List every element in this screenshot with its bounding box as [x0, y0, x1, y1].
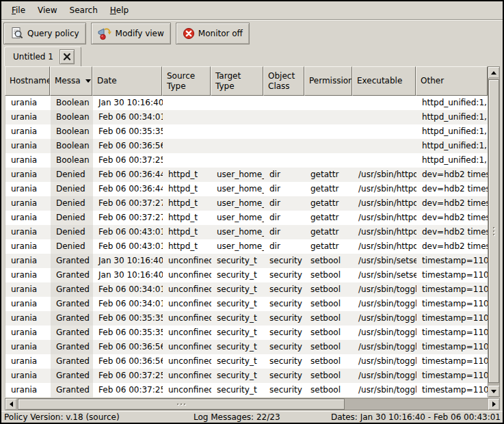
- cell-tgt: security_t: [211, 311, 264, 326]
- modify-view-button[interactable]: Modify view: [91, 23, 171, 44]
- table-row[interactable]: uraniaGrantedFeb 06 00:37:25unconfined_s…: [5, 369, 488, 383]
- table-row[interactable]: uraniaBooleanFeb 06 00:36:56httpd_unifie…: [5, 139, 488, 153]
- column-header-host[interactable]: Hostname: [5, 66, 50, 96]
- query-policy-icon: [10, 27, 24, 40]
- policy-version-status: Policy Version: v.18 (source): [4, 412, 120, 422]
- cell-src: httpd_t: [163, 196, 211, 211]
- table-row[interactable]: uraniaGrantedFeb 06 00:34:01unconfined_s…: [5, 282, 488, 297]
- cell-perm: [305, 96, 353, 110]
- cell-exe: /usr/sbin/toggle: [353, 297, 416, 311]
- table-row[interactable]: uraniaDeniedFeb 06 00:37:27httpd_tuser_h…: [5, 196, 488, 211]
- cell-other: httpd_unified:1, h: [416, 96, 488, 110]
- monitor-off-button[interactable]: Monitor off: [176, 23, 250, 44]
- tab-untitled-1[interactable]: Untitled 1: [4, 47, 81, 66]
- cell-host: urania: [5, 297, 51, 311]
- table-row[interactable]: uraniaDeniedFeb 06 00:36:44httpd_tuser_h…: [5, 182, 488, 196]
- cell-exe: /usr/sbin/toggle: [353, 383, 416, 397]
- cell-tgt: user_home_: [211, 239, 264, 254]
- menu-help[interactable]: Help: [104, 3, 135, 18]
- column-header-cls[interactable]: Object Class: [263, 66, 304, 96]
- cell-other: httpd_unified:1, h: [416, 124, 488, 139]
- cell-cls: [264, 110, 305, 124]
- cell-host: urania: [5, 369, 51, 383]
- query-policy-label: Query policy: [27, 29, 79, 38]
- cell-msg: Boolean: [51, 96, 93, 110]
- cell-exe: /usr/sbin/toggle: [353, 369, 416, 383]
- table-row[interactable]: uraniaGrantedFeb 06 00:35:35unconfined_s…: [5, 326, 488, 340]
- column-header-label: Other: [421, 76, 444, 85]
- table-row[interactable]: uraniaGrantedFeb 06 00:36:56unconfined_s…: [5, 340, 488, 354]
- cell-tgt: user_home_: [211, 225, 264, 239]
- scroll-down-button[interactable]: [488, 386, 499, 397]
- cell-date: Feb 06 00:36:56: [93, 139, 163, 153]
- table-row[interactable]: uraniaDeniedFeb 06 00:36:44httpd_tuser_h…: [5, 168, 488, 182]
- cell-msg: Granted: [51, 254, 93, 268]
- table-row[interactable]: uraniaGrantedFeb 06 00:37:25unconfined_s…: [5, 383, 488, 397]
- cell-other: timestamp=11071: [416, 268, 488, 282]
- cell-other: httpd_unified:1, h: [416, 110, 488, 124]
- menu-view[interactable]: View: [31, 3, 63, 18]
- table-row[interactable]: uraniaBooleanFeb 06 00:37:25httpd_unifie…: [5, 153, 488, 168]
- cell-exe: [353, 139, 416, 153]
- query-policy-button[interactable]: Query policy: [3, 23, 86, 44]
- cell-msg: Boolean: [51, 110, 93, 124]
- vertical-scrollbar-thumb[interactable]: [488, 79, 499, 383]
- column-header-msg[interactable]: Messa: [50, 66, 92, 96]
- cell-msg: Boolean: [51, 153, 93, 168]
- table-row[interactable]: uraniaBooleanJan 30 10:16:40httpd_unifie…: [5, 96, 488, 110]
- cell-msg: Denied: [51, 211, 93, 225]
- vertical-scrollbar[interactable]: [488, 66, 500, 397]
- scroll-right-button[interactable]: [488, 399, 499, 410]
- sort-desc-arrow-icon: [85, 79, 91, 83]
- horizontal-scrollbar[interactable]: [5, 398, 500, 410]
- cell-date: Feb 06 00:35:35: [93, 326, 163, 340]
- table-row[interactable]: uraniaBooleanFeb 06 00:35:35httpd_unifie…: [5, 124, 488, 139]
- table-row[interactable]: uraniaDeniedFeb 06 00:43:01httpd_tuser_h…: [5, 239, 488, 254]
- cell-perm: getattr: [305, 168, 353, 182]
- table-header: HostnameMessaDateSource TypeTarget TypeO…: [5, 66, 488, 96]
- table-row[interactable]: uraniaGrantedJan 30 10:16:40unconfined_s…: [5, 254, 488, 268]
- table-row[interactable]: uraniaGrantedFeb 06 00:35:35unconfined_s…: [5, 311, 488, 326]
- column-header-date[interactable]: Date: [92, 66, 162, 96]
- horizontal-scrollbar-thumb[interactable]: [18, 399, 345, 410]
- modify-view-icon: [98, 27, 112, 40]
- cell-exe: /usr/sbin/setseb: [353, 268, 416, 282]
- cell-src: unconfined_: [163, 268, 211, 282]
- scroll-left-button[interactable]: [5, 399, 16, 410]
- up-arrow-icon: [491, 71, 496, 75]
- table-row[interactable]: uraniaDeniedFeb 06 00:43:01httpd_tuser_h…: [5, 225, 488, 239]
- tab-label: Untitled 1: [13, 52, 53, 62]
- cell-date: Feb 06 00:36:44: [93, 182, 163, 196]
- tab-close-button[interactable]: [59, 49, 75, 64]
- right-arrow-icon: [492, 401, 496, 407]
- table-row[interactable]: uraniaBooleanFeb 06 00:34:01httpd_unifie…: [5, 110, 488, 124]
- cell-msg: Granted: [51, 340, 93, 354]
- cell-host: urania: [5, 139, 51, 153]
- table-row[interactable]: uraniaGrantedJan 30 10:16:40unconfined_s…: [5, 268, 488, 282]
- cell-cls: security: [264, 282, 305, 297]
- table-row[interactable]: uraniaGrantedFeb 06 00:34:01unconfined_s…: [5, 297, 488, 311]
- cell-tgt: [211, 139, 264, 153]
- column-header-tgt[interactable]: Target Type: [211, 66, 263, 96]
- cell-other: timestamp=11076: [416, 383, 488, 397]
- column-header-other[interactable]: Other: [416, 66, 488, 96]
- cell-src: [163, 139, 211, 153]
- menu-search[interactable]: Search: [64, 3, 104, 18]
- column-header-src[interactable]: Source Type: [162, 66, 211, 96]
- cell-exe: /usr/sbin/httpd: [353, 182, 416, 196]
- cell-src: unconfined_: [163, 326, 211, 340]
- cell-msg: Granted: [51, 354, 93, 369]
- cell-host: urania: [5, 326, 51, 340]
- menu-file[interactable]: File: [5, 3, 31, 18]
- column-header-perm[interactable]: Permission: [304, 66, 352, 96]
- cell-cls: [264, 124, 305, 139]
- table-row[interactable]: uraniaGrantedFeb 06 00:36:56unconfined_s…: [5, 354, 488, 369]
- cell-cls: dir: [264, 239, 305, 254]
- cell-other: timestamp=11076: [416, 369, 488, 383]
- scroll-up-button[interactable]: [488, 67, 499, 78]
- table-row[interactable]: uraniaDeniedFeb 06 00:37:27httpd_tuser_h…: [5, 211, 488, 225]
- column-header-exe[interactable]: Executable: [352, 66, 416, 96]
- cell-other: timestamp=11076: [416, 340, 488, 354]
- cell-src: [163, 96, 211, 110]
- cell-msg: Granted: [51, 268, 93, 282]
